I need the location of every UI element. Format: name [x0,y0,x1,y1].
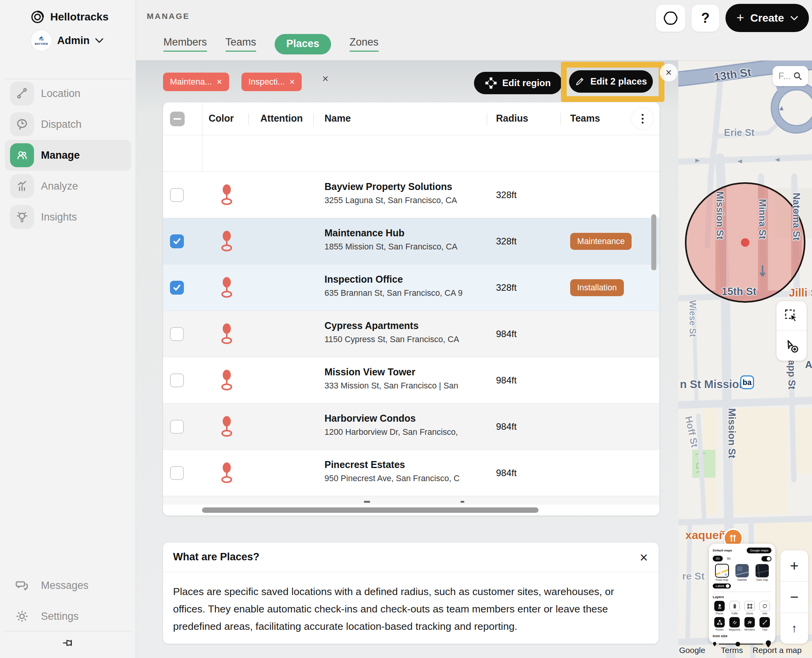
dismiss-highlight-icon[interactable]: × [660,64,678,81]
sidebar-item-analyze[interactable]: Analyze [5,171,131,202]
edit-region-button[interactable]: Edit region [474,72,562,94]
col-attention[interactable]: Attention [260,113,303,124]
layer-zones[interactable]: Zones [743,601,756,615]
layer-label: Traffic [728,612,741,615]
map[interactable]: 13th St Erie St Mission St Minna St Nato… [678,61,812,658]
place-pin-icon [219,184,234,207]
filter-chip-inspection[interactable]: Inspecti... × [241,73,302,91]
zoom-in-button[interactable]: + [780,550,808,581]
table-row[interactable]: Maintenance Hub1855 Mission St, San Fran… [163,218,659,265]
map-search-box[interactable]: F... [773,66,808,86]
col-radius[interactable]: Radius [496,113,528,124]
create-button[interactable]: + Create [725,4,809,32]
map-type-road[interactable]: Road map [713,564,731,581]
recenter-button[interactable]: ↑ [780,612,808,644]
tab-teams[interactable]: Teams [226,36,257,52]
table-row[interactable]: Bayview Property Solutions3255 Laguna St… [163,172,659,218]
brand[interactable]: Hellotracks [0,7,136,27]
table-row[interactable]: Harborview Condos1200 Harborview Dr, San… [163,404,659,450]
brand-name: Hellotracks [50,11,109,23]
remove-chip-icon[interactable]: × [217,76,222,87]
row-checkbox[interactable] [170,188,184,202]
terms-link[interactable]: Terms [721,646,743,655]
place-pin-icon [219,323,234,346]
plus-icon: + [736,10,744,25]
mode-2d-button[interactable]: 2D [713,556,723,561]
layer-routes[interactable]: Routes [713,617,726,631]
pin-sidebar-toggle[interactable] [0,636,136,650]
vscroll-thumb[interactable] [651,214,656,270]
layer-label: Trips [758,628,771,631]
tab-zones[interactable]: Zones [350,36,379,52]
layer-members[interactable]: Members [743,617,756,631]
hscroll-thumb[interactable] [202,507,539,513]
layer-jobs[interactable]: Jobs [758,601,771,615]
sidebar-item-location[interactable]: Location [5,78,131,109]
labels-toggle[interactable]: Labels [713,583,731,588]
table-row[interactable]: Mission View Tower333 Mission St, San Fr… [163,357,659,404]
team-badge: Installation [570,279,624,296]
col-color[interactable]: Color [209,113,234,124]
place-name: Inspection Office [324,274,494,285]
marquee-select-tool[interactable] [776,301,807,331]
report-map-error-link[interactable]: Report a map error [753,646,812,658]
close-info-card-icon[interactable]: × [640,549,648,566]
row-checkbox[interactable] [170,466,184,480]
sidebar-item-dispatch[interactable]: Dispatch [5,109,131,140]
map-type-dark[interactable]: Dark map [753,564,771,581]
account-switcher[interactable]: BAYVIEW Admin [0,29,136,53]
avatar-text: BAYVIEW [35,42,48,45]
sidebar: Hellotracks BAYVIEW Admin Location Dispa… [0,0,136,658]
table-row[interactable]: Inspection Office635 Brannan St, San Fra… [163,265,659,311]
col-name[interactable]: Name [324,113,351,124]
layer-places[interactable]: Places [713,601,726,615]
mode-toggle[interactable] [761,556,771,561]
bayview-logo-icon [37,36,45,42]
filter-chip-maintenance[interactable]: Maintena... × [163,73,229,91]
header-separator [560,113,561,125]
add-place-tool[interactable] [776,331,807,361]
place-name: Harborview Condos [324,413,494,424]
chevron-down-icon [790,16,798,20]
layer-traffic[interactable]: Traffic [728,601,741,615]
horizontal-scrollbar[interactable] [163,505,659,516]
edit-places-button[interactable]: Edit 2 places [569,70,653,93]
select-all-checkbox[interactable] [170,112,185,126]
google-maps-button[interactable]: Google maps [747,548,771,553]
help-button[interactable]: ? [691,5,719,32]
zoom-out-button[interactable]: − [780,581,808,612]
tab-members[interactable]: Members [163,36,207,52]
row-checkbox[interactable] [170,327,184,341]
region-icon [485,77,497,89]
street-label: re St [682,570,705,582]
table-row[interactable]: Pinecrest Estates950 Pinecrest Ave, San … [163,450,659,496]
sidebar-item-insights[interactable]: Insights [5,202,131,232]
remove-chip-icon[interactable]: × [289,76,295,87]
map-type-satellite[interactable]: Satellite [733,564,751,581]
layer-waypoints[interactable]: Waypoints [728,617,741,631]
col-teams[interactable]: Teams [570,113,600,124]
sidebar-item-settings[interactable]: Settings [5,601,131,632]
account-avatar: BAYVIEW [31,30,52,51]
assistant-button[interactable] [656,5,685,32]
place-pin-icon [219,416,234,439]
sidebar-item-manage[interactable]: Manage [5,140,131,171]
row-checkbox[interactable] [170,281,184,295]
tabs: Members Teams Places Zones [136,32,379,56]
row-checkbox[interactable] [170,373,184,387]
clear-filters-icon[interactable]: × [322,73,328,85]
place-radius: 984ft [496,375,516,386]
table-header: Color Attention Name Radius Teams [163,102,659,135]
tab-places[interactable]: Places [275,34,331,54]
layer-trips[interactable]: Trips [758,617,771,631]
account-name: Admin [57,35,90,47]
table-row[interactable]: Cypress Apartments1150 Cypress St, San F… [163,311,659,357]
place-address: 635 Brannan St, San Francisco, CA 9 [324,288,494,298]
row-checkbox[interactable] [170,420,184,434]
place-address: 950 Pinecrest Ave, San Francisco, C [324,474,494,483]
sidebar-item-messages[interactable]: Messages [5,570,131,601]
mode-3d-button[interactable]: 3D [727,557,730,560]
row-checkbox[interactable] [170,234,184,248]
table-menu-button[interactable] [632,108,653,129]
street-label: app St [786,360,797,389]
